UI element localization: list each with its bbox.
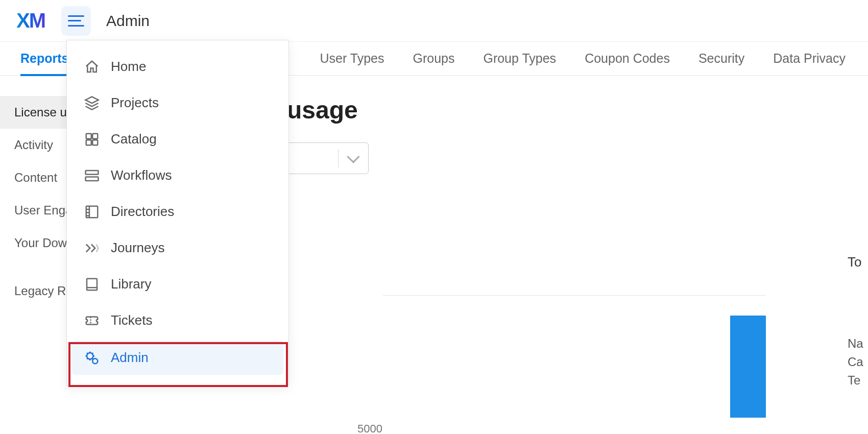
tab-groups[interactable]: Groups — [413, 51, 454, 66]
menu-item-projects[interactable]: Projects — [67, 85, 288, 121]
chevron-down-icon — [347, 150, 359, 163]
menu-item-label: Catalog — [111, 131, 157, 147]
menu-item-directories[interactable]: Directories — [67, 194, 288, 230]
menu-item-label: Directories — [111, 204, 174, 220]
svg-rect-4 — [86, 171, 99, 175]
library-icon — [84, 277, 100, 292]
menu-item-label: Tickets — [111, 312, 152, 328]
tab-user-types[interactable]: User Types — [320, 51, 384, 66]
tab-data-privacy[interactable]: Data Privacy — [773, 51, 846, 66]
catalog-icon — [84, 132, 100, 147]
chart-y-tick: 5000 — [357, 422, 382, 434]
chart-grid — [383, 264, 766, 418]
menu-item-catalog[interactable]: Catalog — [67, 121, 288, 157]
tab-group-types[interactable]: Group Types — [483, 51, 556, 66]
menu-item-label: Library — [111, 276, 151, 292]
right-panel-row: Na — [848, 336, 868, 351]
svg-rect-1 — [92, 133, 98, 138]
chart-bar — [730, 316, 766, 418]
tab-security[interactable]: Security — [698, 51, 744, 66]
main-menu-dropdown: Home Projects Catalog Workflows Director… — [66, 40, 289, 385]
tab-coupon-codes[interactable]: Coupon Codes — [585, 51, 670, 66]
svg-point-15 — [92, 358, 98, 364]
svg-rect-3 — [92, 140, 98, 145]
menu-item-workflows[interactable]: Workflows — [67, 157, 288, 194]
hamburger-icon — [68, 15, 84, 27]
chart-area: 5000 — [306, 264, 868, 434]
top-header: XM Admin — [0, 0, 868, 42]
chart-gridline — [383, 295, 766, 296]
journeys-icon — [84, 240, 100, 256]
tab-reports[interactable]: Reports — [20, 51, 68, 66]
page-title: usage — [287, 96, 868, 124]
menu-item-label: Home — [111, 59, 146, 75]
menu-item-label: Projects — [111, 95, 159, 111]
svg-rect-2 — [86, 140, 91, 145]
svg-rect-5 — [86, 177, 99, 181]
admin-icon — [84, 350, 100, 366]
menu-item-tickets[interactable]: Tickets — [67, 302, 288, 339]
right-panel-row: Te — [848, 373, 868, 388]
svg-rect-11 — [87, 278, 97, 290]
directories-icon — [84, 204, 100, 220]
home-icon — [84, 59, 100, 75]
logo: XM — [10, 9, 51, 32]
right-panel: To Na Ca Te — [848, 254, 868, 392]
right-panel-row: Ca — [848, 355, 868, 369]
workflows-icon — [84, 168, 100, 183]
menu-item-label: Journeys — [111, 240, 165, 256]
menu-item-home[interactable]: Home — [67, 49, 288, 85]
tickets-icon — [84, 313, 100, 328]
menu-item-label: Workflows — [111, 167, 172, 183]
menu-item-journeys[interactable]: Journeys — [67, 230, 288, 266]
svg-rect-0 — [86, 133, 91, 138]
menu-item-library[interactable]: Library — [67, 266, 288, 302]
filter-select[interactable] — [287, 142, 369, 174]
right-panel-heading: To — [848, 254, 868, 270]
menu-item-label: Admin — [111, 350, 149, 366]
menu-item-admin[interactable]: Admin — [72, 341, 283, 375]
main-menu-button[interactable] — [61, 6, 91, 36]
projects-icon — [84, 95, 100, 111]
header-title: Admin — [106, 12, 150, 30]
